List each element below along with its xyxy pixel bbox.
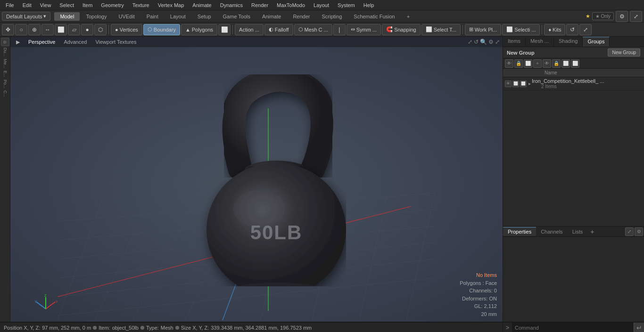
only-badge[interactable]: ★ Only [592,12,614,20]
tab-scripting[interactable]: Scripting [316,12,348,21]
vertices-button[interactable]: ● Vertices [111,24,142,35]
viewport-expand-icon[interactable]: ⤢ [495,39,500,45]
selecti-button[interactable]: ⬜ Selecti ... [502,24,540,35]
viewport-tab-textures[interactable]: Viewport Textures [92,39,139,45]
layout-dropdown[interactable]: Default Layouts ▾ [2,12,50,21]
layout-settings-icon[interactable]: ⚙ [616,11,628,22]
tab-schematic[interactable]: Schematic Fusion [348,12,400,21]
menu-system[interactable]: System [334,1,359,9]
tool-sphere[interactable]: ● [81,24,93,35]
menu-file[interactable]: File [2,1,18,9]
tab-add[interactable]: + [401,12,415,21]
falloff-button[interactable]: ◐ Falloff [264,24,293,35]
viewport-tab-perspective[interactable]: Perspective [25,39,58,45]
viewport-maximize-icon[interactable]: ⤢ [468,39,472,45]
layout-expand-icon[interactable]: ⤢ [579,24,592,35]
tool-select-icon[interactable]: ⬜ [218,24,231,35]
menu-maxtomodo[interactable]: MaxToModo [273,1,309,9]
props-tab-properties[interactable]: Properties [503,227,536,236]
expand-icon[interactable]: ▸ [528,81,531,86]
group-lock-icon[interactable]: 🔒 [514,59,523,68]
menu-render[interactable]: Render [248,1,272,9]
tool-scale[interactable]: ↔ [41,24,54,35]
menu-animate[interactable]: Animate [189,1,215,9]
tab-game-tools[interactable]: Game Tools [217,12,256,21]
tool-box[interactable]: ⬜ [55,24,67,35]
group-toolbar: 👁 🔒 ⬜ + 👁 🔒 ⬜ ⬜ [503,58,644,69]
tool-move[interactable]: ✥ [2,24,14,35]
symm-button[interactable]: ⇔ Symm ... [347,24,381,35]
panel-tab-shading[interactable]: Shading [554,37,583,47]
menu-texture[interactable]: Texture [129,1,153,9]
tab-uvedit[interactable]: UVEdit [113,12,140,21]
boundary-button[interactable]: ⬡ Boundary [143,24,180,35]
group-box-icon[interactable]: ⬜ [561,59,570,68]
command-input[interactable] [512,323,634,332]
group-render-icon[interactable]: ⬜ [524,59,532,68]
props-tab-lists[interactable]: Lists [568,227,588,236]
action-label: Action ... [239,27,259,32]
props-expand-icon[interactable]: ⤢ [625,227,634,236]
group-item-eye-icon[interactable]: 👁 [505,81,512,87]
tab-render[interactable]: Render [287,12,315,21]
layout-fullscreen-icon[interactable]: ⤢ [630,11,642,22]
select-t-button[interactable]: ⬜ Select T... [421,24,461,35]
tool-poly[interactable]: ▱ [68,24,80,35]
menu-item[interactable]: Item [79,1,96,9]
tab-paint[interactable]: Paint [141,12,164,21]
menu-edit[interactable]: Edit [19,1,35,9]
tab-topology[interactable]: Topology [80,12,112,21]
props-tab-add-icon[interactable]: + [587,227,597,237]
snapping-button[interactable]: 🧲 Snapping [382,24,421,35]
group-list[interactable]: 👁 ⬜ ⬜ ▸ Iron_Competition_Kettlebell_ ...… [503,77,644,226]
props-tab-channels[interactable]: Channels [536,227,567,236]
falloff-icon: ◐ [269,26,273,32]
group-item-1[interactable]: 👁 ⬜ ⬜ ▸ Iron_Competition_Kettlebell_ ...… [503,77,644,90]
menu-select[interactable]: Select [56,1,78,9]
viewport-settings-icon[interactable]: ⚙ [488,39,494,45]
kits-button[interactable]: ♦ Kits [544,24,565,35]
viewport[interactable]: ▶ Perspective Advanced Viewport Textures… [10,37,503,322]
group-eye-icon[interactable]: 👁 [505,59,513,68]
new-group-button[interactable]: New Group [608,49,640,57]
action-button[interactable]: Action ... [235,24,264,35]
group-lock2-icon[interactable]: 🔒 [552,59,561,68]
selecti-label: Selecti ... [514,27,536,32]
command-submit-button[interactable]: ↵ [634,323,644,332]
tool-target[interactable]: ⊕ [28,24,41,35]
group-item-box-icon[interactable]: ⬜ [520,81,527,87]
menu-layout[interactable]: Layout [310,1,333,9]
menu-dynamics[interactable]: Dynamics [216,1,247,9]
group-eye2-icon[interactable]: 👁 [543,59,551,68]
menu-help[interactable]: Help [360,1,378,9]
menu-geometry[interactable]: Geometry [97,1,127,9]
sidebar-tool-1[interactable]: D [1,38,9,46]
polygons-button[interactable]: ▲ Polygons [181,24,217,35]
mesh-extra-btn[interactable]: | [333,24,346,35]
sidebar-label-e: E... [2,70,8,78]
mesh-button[interactable]: ⬡ Mesh C ... [294,24,332,35]
panel-tab-items[interactable]: Items [503,37,526,47]
menu-view[interactable]: View [36,1,55,9]
separator-2 [232,25,233,34]
props-settings-icon[interactable]: ⚙ [635,227,643,236]
viewport-refresh-icon[interactable]: ↺ [474,39,479,45]
tab-model[interactable]: Model [54,12,80,21]
layout-refresh-icon[interactable]: ↺ [566,24,578,35]
panel-tab-groups[interactable]: Groups [583,37,610,47]
panel-tab-mesh[interactable]: Mesh ... [526,37,554,47]
tool-mesh[interactable]: ⬡ [94,24,107,35]
viewport-tab-advanced[interactable]: Advanced [61,39,90,45]
tab-setup[interactable]: Setup [192,12,217,21]
tab-animate[interactable]: Animate [256,12,287,21]
status-dot-1 [93,326,97,330]
command-prompt: > [503,324,512,331]
tool-circle[interactable]: ○ [15,24,27,35]
group-expand-icon[interactable]: + [533,59,542,68]
group-box2-icon[interactable]: ⬜ [571,59,579,68]
tab-layout[interactable]: Layout [165,12,191,21]
viewport-search-icon[interactable]: 🔍 [480,39,487,45]
workpl-button[interactable]: ⊞ Work Pl... [465,24,501,35]
menu-vertex-map[interactable]: Vertex Map [154,1,188,9]
group-item-lock-icon[interactable]: ⬜ [512,81,519,87]
